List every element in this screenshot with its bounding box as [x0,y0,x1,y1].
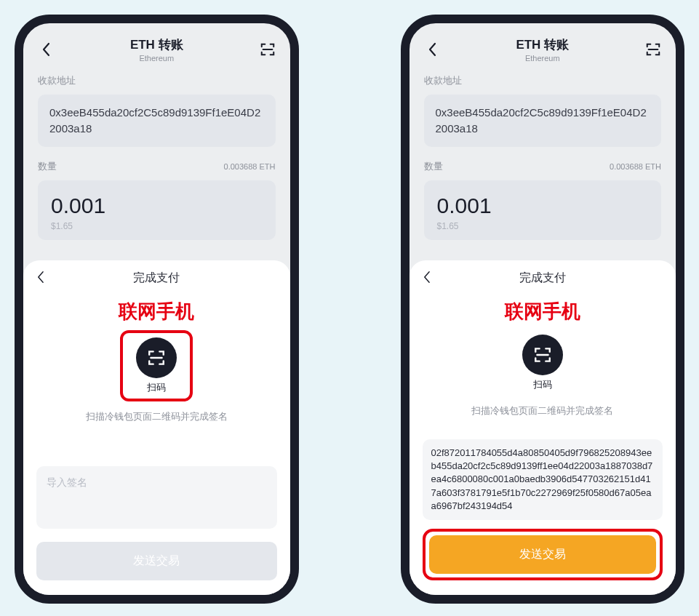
signature-input[interactable]: 02f872011784055d4a80850405d9f79682520894… [423,439,663,520]
scan-highlight-box: 扫码 [120,330,193,401]
annotation-label: 联网手机 [423,299,663,324]
signature-placeholder: 导入签名 [47,476,267,489]
recipient-label: 收款地址 [38,74,276,87]
sheet-title: 完成支付 [36,271,277,286]
scan-button[interactable] [522,335,563,375]
back-button[interactable] [38,41,54,57]
chevron-left-icon [428,42,436,57]
page-title-block: ETH 转账 Ethereum [54,36,260,63]
scan-box: 扫码 [509,330,576,396]
payment-sheet: 完成支付 联网手机 扫码 扫描冷钱包页面二维码并完成签名 02f87201178… [410,260,676,595]
amount-header-row: 数量 0.003688 ETH [38,160,276,173]
amount-label: 数量 [38,160,57,173]
page-title: ETH 转账 [54,36,260,53]
transfer-form-area: ETH 转账 Ethereum 收款地址 0x3eeB455da20cf2C5c… [410,23,676,240]
amount-value: 0.001 [51,193,263,218]
balance-display: 0.003688 ETH [610,162,661,171]
back-button[interactable] [424,41,440,57]
scan-qr-button[interactable] [260,41,276,57]
amount-usd: $1.65 [51,221,263,231]
scan-instruction: 扫描冷钱包页面二维码并完成签名 [36,410,277,423]
scan-button[interactable] [136,337,177,378]
amount-input-box[interactable]: 0.001 $1.65 [424,180,662,240]
annotation-label: 联网手机 [36,299,277,324]
scan-icon [533,345,552,364]
recipient-address-field[interactable]: 0x3eeB455da20cf2C5c89d9139Ff1eE04D22003a… [38,95,276,147]
sheet-header: 完成支付 [423,271,663,286]
page-title: ETH 转账 [440,36,646,53]
header-bar: ETH 转账 Ethereum [424,36,662,63]
scan-icon [147,348,166,367]
sheet-back-button[interactable] [423,271,439,287]
chevron-left-icon [41,42,50,57]
scan-icon [260,41,276,57]
amount-label: 数量 [424,160,443,173]
chevron-left-icon [423,271,431,284]
transfer-form-area: ETH 转账 Ethereum 收款地址 0x3eeB455da20cf2C5c… [23,23,290,240]
amount-input-box[interactable]: 0.001 $1.65 [38,180,276,240]
sheet-header: 完成支付 [36,271,277,286]
phone-left: ETH 转账 Ethereum 收款地址 0x3eeB455da20cf2C5c… [15,15,299,604]
signature-value: 02f872011784055d4a80850405d9f79682520894… [431,447,655,513]
chevron-left-icon [36,271,44,284]
signature-input[interactable]: 导入签名 [36,466,277,529]
amount-usd: $1.65 [437,221,649,231]
payment-sheet: 完成支付 联网手机 扫码 扫描冷钱包页面二维码并完成签名 导入签名 发送交易 [23,260,290,595]
header-bar: ETH 转账 Ethereum [38,36,276,63]
scan-qr-button[interactable] [645,41,661,57]
send-button-highlight: 发送交易 [423,529,663,580]
send-transaction-button[interactable]: 发送交易 [429,535,657,574]
scan-action-area: 扫码 [36,330,277,401]
scan-button-label: 扫码 [533,378,552,391]
amount-header-row: 数量 0.003688 ETH [424,160,662,173]
scan-icon [645,41,661,57]
sheet-back-button[interactable] [36,271,52,287]
sheet-title: 完成支付 [423,271,663,286]
page-title-block: ETH 转账 Ethereum [440,36,646,63]
recipient-label: 收款地址 [424,74,662,87]
scan-button-label: 扫码 [147,381,166,394]
balance-display: 0.003688 ETH [224,162,276,171]
page-subtitle: Ethereum [54,54,260,63]
phone-right: ETH 转账 Ethereum 收款地址 0x3eeB455da20cf2C5c… [401,15,685,604]
scan-action-area: 扫码 [423,330,663,396]
recipient-address-field[interactable]: 0x3eeB455da20cf2C5c89d9139Ff1eE04D22003a… [424,95,662,147]
page-subtitle: Ethereum [440,54,646,63]
scan-instruction: 扫描冷钱包页面二维码并完成签名 [423,404,663,417]
send-transaction-button[interactable]: 发送交易 [36,542,277,580]
amount-value: 0.001 [437,193,649,218]
